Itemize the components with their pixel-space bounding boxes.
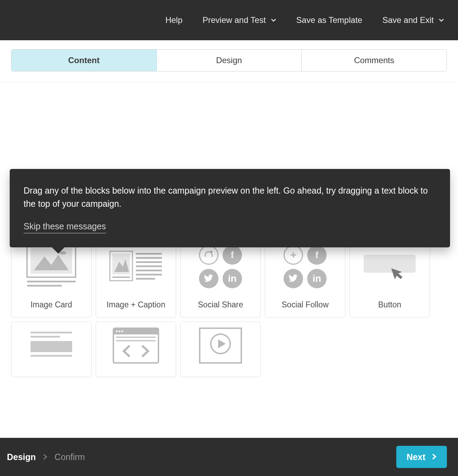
video-icon: [181, 322, 260, 369]
svg-rect-4: [27, 281, 76, 282]
plus-icon: [284, 245, 303, 265]
block-footer[interactable]: [11, 322, 92, 377]
block-image-caption-label: Image + Caption: [106, 300, 165, 309]
tab-comments[interactable]: Comments: [301, 50, 447, 71]
save-template-label: Save as Template: [296, 15, 362, 25]
block-social-follow-label: Social Follow: [282, 300, 329, 309]
preview-test-label: Preview and Test: [202, 15, 266, 25]
svg-rect-21: [31, 355, 72, 357]
twitter-icon: [284, 269, 303, 288]
tab-design[interactable]: Design: [156, 50, 302, 71]
svg-rect-20: [31, 341, 72, 352]
block-code[interactable]: [96, 322, 176, 377]
svg-point-24: [116, 331, 118, 332]
block-video[interactable]: [180, 322, 261, 377]
svg-rect-9: [112, 277, 130, 278]
save-exit-label: Save and Exit: [382, 15, 434, 25]
svg-rect-11: [136, 257, 162, 259]
svg-point-25: [119, 331, 121, 332]
blocks-row-3: [11, 322, 447, 377]
chevron-right-icon: [432, 452, 437, 462]
breadcrumb: Design Confirm: [7, 452, 85, 462]
svg-point-26: [122, 331, 123, 332]
share-icon: [199, 245, 218, 265]
svg-marker-31: [218, 339, 226, 348]
block-button-label: Button: [378, 300, 401, 309]
svg-rect-10: [136, 253, 162, 255]
save-as-template-link[interactable]: Save as Template: [296, 15, 362, 25]
svg-rect-17: [364, 255, 416, 273]
panel-tabs: Content Design Comments: [11, 49, 447, 71]
preview-test-dropdown[interactable]: Preview and Test: [202, 15, 276, 25]
svg-rect-18: [31, 332, 72, 333]
breadcrumb-confirm[interactable]: Confirm: [54, 452, 85, 462]
panel-tabs-wrap: Content Design Comments: [0, 40, 458, 83]
svg-rect-16: [136, 278, 155, 280]
help-link[interactable]: Help: [165, 15, 182, 25]
next-button[interactable]: Next: [396, 446, 447, 468]
facebook-icon: f: [307, 245, 327, 265]
block-social-share-label: Social Share: [198, 300, 243, 309]
svg-rect-14: [136, 270, 162, 271]
svg-rect-12: [136, 261, 162, 263]
next-button-label: Next: [407, 452, 425, 462]
facebook-icon: f: [223, 245, 242, 265]
linkedin-icon: in: [307, 269, 327, 288]
tab-comments-label: Comments: [354, 56, 394, 65]
chevron-down-icon: [271, 17, 276, 23]
linkedin-icon: in: [223, 269, 242, 288]
svg-rect-27: [116, 337, 156, 338]
footer-icon: [11, 322, 91, 369]
top-navbar: Help Preview and Test Save as Template S…: [0, 0, 458, 40]
help-label: Help: [165, 15, 182, 25]
svg-rect-5: [27, 285, 62, 287]
svg-rect-28: [116, 340, 156, 341]
tab-content[interactable]: Content: [11, 49, 157, 71]
block-image-card-label: Image Card: [31, 300, 72, 309]
chevron-right-icon: [43, 452, 47, 462]
tab-content-label: Content: [68, 56, 100, 65]
bottom-bar: Design Confirm Next: [0, 438, 458, 476]
twitter-icon: [199, 269, 218, 288]
code-icon: [96, 322, 176, 369]
chevron-down-icon: [439, 17, 444, 23]
breadcrumb-design[interactable]: Design: [7, 452, 36, 462]
svg-rect-13: [136, 265, 162, 267]
tooltip-message: Drag any of the blocks below into the ca…: [24, 184, 436, 210]
svg-rect-15: [136, 274, 162, 275]
save-and-exit-dropdown[interactable]: Save and Exit: [382, 15, 444, 25]
onboarding-tooltip: Drag any of the blocks below into the ca…: [10, 169, 450, 247]
svg-rect-19: [31, 336, 60, 338]
skip-messages-link[interactable]: Skip these messages: [24, 221, 106, 233]
tab-design-label: Design: [216, 56, 242, 65]
